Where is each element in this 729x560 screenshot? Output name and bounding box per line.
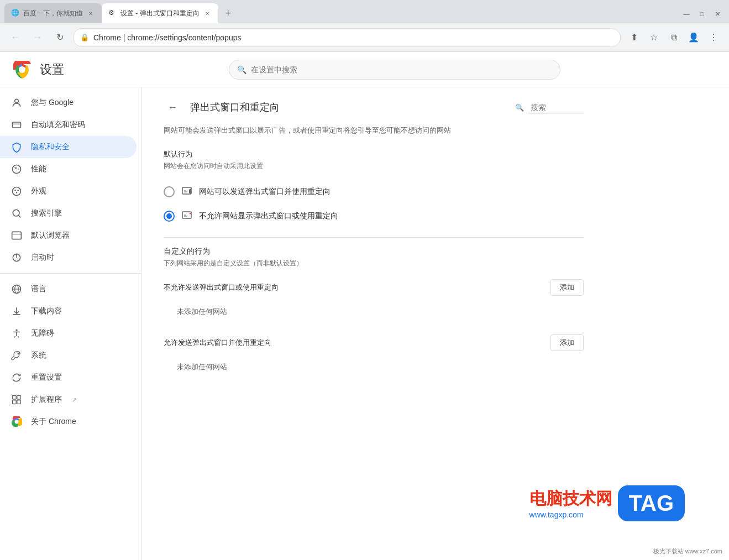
allow-list-section: 允许发送弹出式窗口并使用重定向 添加 未添加任何网站 [164,334,584,376]
custom-behavior-subtitle: 下列网站采用的是自定义设置（而非默认设置） [164,259,584,268]
sidebar-item-search[interactable]: 搜索引擎 [0,202,137,224]
maximize-button[interactable]: □ [695,7,709,21]
sidebar-item-accessibility[interactable]: 无障碍 [0,322,137,344]
content-back-button[interactable]: ← [164,98,181,116]
address-bar[interactable]: 🔒 Chrome | chrome://settings/content/pop… [73,28,621,47]
sidebar-item-autofill[interactable]: 自动填充和密码 [0,114,137,136]
settings-search-input[interactable] [251,65,552,74]
sidebar-item-reset[interactable]: 重置设置 [0,367,137,389]
forward-button[interactable]: → [29,29,46,46]
sidebar-performance-label: 性能 [31,164,46,174]
sidebar-system-label: 系统 [31,350,46,360]
block-list-add-button[interactable]: 添加 [550,279,584,296]
sidebar-privacy-label: 隐私和安全 [31,142,70,152]
radio-option-block[interactable]: 不允许网站显示弹出式窗口或使用重定向 [164,204,584,228]
sidebar-search-label: 搜索引擎 [31,208,62,218]
sidebar-item-system[interactable]: 系统 [0,344,137,367]
chrome-label: Chrome | [93,33,127,42]
content-page-title: 弹出式窗口和重定向 [190,101,515,114]
sidebar: 您与 Google 自动填充和密码 隐私和安全 [0,87,141,560]
address-text: Chrome | chrome://settings/content/popup… [93,33,613,42]
palette-icon [11,186,22,197]
block-list-header: 不允许发送弹出式窗口或使用重定向 添加 [164,279,584,296]
popup-allow-icon [181,186,192,197]
content-search-icon: 🔍 [515,103,524,112]
settings-page: 设置 🔍 您与 Google [0,52,729,560]
search-icon [11,208,22,219]
svg-point-22 [15,420,19,424]
sidebar-item-about[interactable]: 关于 Chrome [0,411,137,433]
tab-settings-close[interactable]: ✕ [203,9,212,18]
radio-allow-label: 网站可以发送弹出式窗口并使用重定向 [199,187,331,197]
svg-point-9 [16,192,18,193]
minimize-button[interactable]: — [679,7,694,21]
tab-baidu-close[interactable]: ✕ [86,9,95,18]
svg-point-15 [15,329,17,331]
sidebar-accessibility-label: 无障碍 [31,328,54,338]
content-header: ← 弹出式窗口和重定向 🔍 [164,98,584,116]
wrench-icon [11,350,22,361]
allow-list-add-button[interactable]: 添加 [550,334,584,351]
sidebar-browser-label: 默认浏览器 [31,231,70,240]
sidebar-item-downloads[interactable]: 下载内容 [0,300,137,322]
browser-content: 设置 🔍 您与 Google [0,52,729,560]
settings-header: 设置 🔍 [0,52,729,87]
browser-icon [11,230,22,241]
close-button[interactable]: ✕ [710,7,725,21]
globe-icon [11,284,22,295]
back-button[interactable]: ← [7,29,24,46]
sidebar-about-label: 关于 Chrome [31,417,76,427]
page-description: 网站可能会发送弹出式窗口以展示广告，或者使用重定向将您引导至您可能不想访问的网站 [164,125,584,136]
share-button[interactable]: ⬆ [625,29,643,46]
custom-behavior-title: 自定义的行为 [164,247,584,257]
nav-actions: ⬆ ☆ ⧉ 👤 ⋮ [625,29,722,46]
svg-point-2 [19,66,25,73]
sidebar-item-startup[interactable]: 启动时 [0,247,137,269]
radio-option-allow[interactable]: 网站可以发送弹出式窗口并使用重定向 [164,180,584,204]
tab-settings-title: 设置 - 弹出式窗口和重定向 [120,9,200,18]
sidebar-item-browser[interactable]: 默认浏览器 [0,224,137,247]
tab-settings[interactable]: ⚙ 设置 - 弹出式窗口和重定向 ✕ [102,3,218,23]
split-view-button[interactable]: ⧉ [665,29,683,46]
tab-baidu-title: 百度一下，你就知道 [23,9,83,18]
sidebar-item-language[interactable]: 语言 [0,278,137,300]
allow-list-header: 允许发送弹出式窗口并使用重定向 添加 [164,334,584,351]
svg-point-3 [15,99,19,103]
performance-icon [11,164,22,175]
sidebar-item-appearance[interactable]: 外观 [0,180,137,202]
svg-point-6 [13,187,21,196]
content-panel: ← 弹出式窗口和重定向 🔍 网站可能会发送弹出式窗口以展示广告，或者使用重定向将… [164,98,584,376]
sidebar-startup-label: 启动时 [31,253,54,263]
allow-list-empty: 未添加任何网站 [164,358,584,376]
browser-window: 🌐 百度一下，你就知道 ✕ ⚙ 设置 - 弹出式窗口和重定向 ✕ + — □ ✕… [0,0,729,560]
svg-point-10 [13,210,19,216]
sidebar-item-performance[interactable]: 性能 [0,158,137,180]
menu-button[interactable]: ⋮ [705,29,722,46]
new-tab-button[interactable]: + [221,6,236,21]
radio-allow-button[interactable] [164,186,175,197]
radio-block-label: 不允许网站显示弹出式窗口或使用重定向 [199,211,338,221]
sidebar-item-privacy[interactable]: 隐私和安全 [0,136,137,158]
content-search-input[interactable] [528,102,584,113]
power-icon [11,252,22,263]
profile-button[interactable]: 👤 [685,29,702,46]
sidebar-language-label: 语言 [31,284,46,294]
content-search-area[interactable]: 🔍 [515,102,584,113]
settings-search-bar[interactable]: 🔍 [229,60,560,80]
popup-block-icon [181,211,192,222]
settings-search-icon: 🔍 [237,65,247,74]
settings-main: ← 弹出式窗口和重定向 🔍 网站可能会发送弹出式窗口以展示广告，或者使用重定向将… [141,87,729,560]
svg-point-7 [14,190,16,191]
svg-rect-4 [13,122,21,128]
bookmark-button[interactable]: ☆ [645,29,663,46]
radio-block-button[interactable] [164,211,175,222]
sidebar-item-extensions[interactable]: 扩展程序 ↗ [0,389,137,411]
shield-icon [11,142,22,153]
svg-rect-19 [17,400,21,404]
chrome-logo [13,61,31,78]
default-behavior-sublabel: 网站会在您访问时自动采用此设置 [164,161,584,171]
key-icon [11,119,22,130]
reload-button[interactable]: ↻ [51,29,69,46]
sidebar-item-google[interactable]: 您与 Google [0,92,137,114]
tab-baidu[interactable]: 🌐 百度一下，你就知道 ✕ [4,3,102,23]
